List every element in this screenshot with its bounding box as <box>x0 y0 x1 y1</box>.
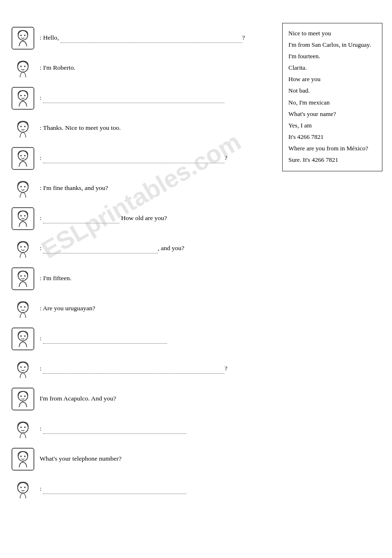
svg-point-51 <box>20 455 21 457</box>
girl-avatar <box>10 446 36 472</box>
boy-avatar <box>10 416 36 442</box>
speech-text: What's your telephone number? <box>40 454 277 463</box>
conv-row: : Hello, ? <box>10 23 277 53</box>
conv-row: What's your telephone number? <box>10 444 277 474</box>
speech-text: : Are you uruguayan? <box>40 304 277 313</box>
svg-point-20 <box>24 186 25 187</box>
svg-point-44 <box>20 395 21 397</box>
answer-blank[interactable] <box>43 153 224 163</box>
boy-avatar <box>10 55 36 81</box>
conv-row: : Are you uruguayan? <box>10 294 277 324</box>
answer-option: Not bad. <box>288 85 376 96</box>
girl-avatar <box>10 145 36 171</box>
answer-option: No, I'm mexican <box>288 97 376 108</box>
conv-row: : Thanks. Nice to meet you too. <box>10 113 277 143</box>
svg-point-32 <box>18 302 28 313</box>
svg-point-10 <box>24 95 25 96</box>
answer-option: Sure. It's 4266 7821 <box>288 155 376 165</box>
svg-point-4 <box>18 62 28 72</box>
boy-avatar <box>10 175 36 201</box>
svg-point-48 <box>24 426 25 428</box>
speech-text: : ? <box>40 153 277 163</box>
answer-option: I'm fourteen. <box>288 51 376 62</box>
svg-point-24 <box>24 215 25 216</box>
boy-avatar <box>10 115 36 141</box>
svg-point-33 <box>20 306 21 307</box>
speech-text: : <box>40 93 277 103</box>
answer-blank[interactable] <box>43 243 158 253</box>
speech-text: : <box>40 424 277 434</box>
conversation-section: : Hello, ? : I'm Roberto. : : Thanks. Ni… <box>10 23 277 504</box>
girl-avatar <box>10 85 36 111</box>
answer-option: It's 4266 7821 <box>288 132 376 142</box>
svg-point-39 <box>18 362 28 373</box>
svg-point-53 <box>18 483 28 493</box>
speech-text: : I'm fifteen. <box>40 274 277 283</box>
svg-point-37 <box>20 335 21 337</box>
conv-row: : I'm Roberto. <box>10 53 277 83</box>
svg-point-40 <box>20 366 21 368</box>
svg-point-54 <box>20 486 21 488</box>
main-layout: : Hello, ? : I'm Roberto. : : Thanks. Ni… <box>10 23 382 504</box>
answer-blank[interactable] <box>43 424 186 434</box>
answer-option: How are you <box>288 74 376 84</box>
svg-point-13 <box>24 126 25 127</box>
answer-blank[interactable] <box>43 213 119 223</box>
conv-row: : <box>10 324 277 354</box>
conv-row: : I'm fifteen. <box>10 263 277 294</box>
conv-row: : , and you? <box>10 233 277 263</box>
girl-avatar <box>10 25 36 51</box>
conv-row: : I'm fine thanks, and you? <box>10 173 277 203</box>
conv-row: I'm from Acapulco. And you? <box>10 384 277 414</box>
svg-point-27 <box>24 246 25 247</box>
boy-avatar <box>10 235 36 262</box>
svg-point-5 <box>20 65 21 67</box>
speech-text: : ? <box>40 364 277 374</box>
svg-point-47 <box>20 426 21 428</box>
svg-point-38 <box>24 335 25 337</box>
boy-avatar <box>10 356 36 382</box>
svg-point-45 <box>24 395 25 397</box>
answer-option: Clarita. <box>288 63 376 73</box>
svg-point-46 <box>18 422 28 433</box>
answer-blank[interactable] <box>43 93 224 103</box>
svg-point-3 <box>24 34 25 36</box>
svg-point-19 <box>20 186 21 187</box>
conv-row: : <box>10 414 277 444</box>
speech-text: : <box>40 484 277 494</box>
svg-point-11 <box>18 122 28 132</box>
svg-point-6 <box>24 65 25 67</box>
answer-blank[interactable] <box>61 33 242 43</box>
svg-point-25 <box>18 242 28 253</box>
girl-avatar <box>10 326 36 352</box>
conv-row: : ? <box>10 143 277 173</box>
svg-point-30 <box>20 275 21 276</box>
answer-blank[interactable] <box>43 334 167 344</box>
answer-blank[interactable] <box>43 364 224 374</box>
speech-text: I'm from Acapulco. And you? <box>40 394 277 403</box>
svg-point-17 <box>24 155 25 156</box>
speech-text: : , and you? <box>40 243 277 253</box>
conv-row: : <box>10 474 277 504</box>
answer-option: Yes, I am <box>288 120 376 131</box>
speech-text: : Hello, ? <box>40 33 277 43</box>
conv-row: : <box>10 83 277 113</box>
answer-option: Where are you from in México? <box>288 143 376 154</box>
boy-avatar <box>10 295 36 322</box>
answer-blank[interactable] <box>43 484 186 494</box>
answer-box: Nice to meet youI'm from San Carlos, in … <box>282 23 382 171</box>
svg-point-41 <box>24 366 25 368</box>
speech-text: : Thanks. Nice to meet you too. <box>40 123 277 133</box>
boy-avatar <box>10 476 36 502</box>
speech-text: : <box>40 334 277 344</box>
svg-point-55 <box>24 486 25 488</box>
girl-avatar <box>10 386 36 412</box>
svg-point-2 <box>20 34 21 36</box>
answer-option: I'm from San Carlos, in Uruguay. <box>288 40 376 50</box>
svg-point-26 <box>20 246 21 247</box>
svg-point-16 <box>20 155 21 156</box>
girl-avatar <box>10 265 36 292</box>
svg-point-9 <box>20 95 21 96</box>
svg-point-12 <box>20 126 21 127</box>
svg-point-18 <box>18 182 28 192</box>
